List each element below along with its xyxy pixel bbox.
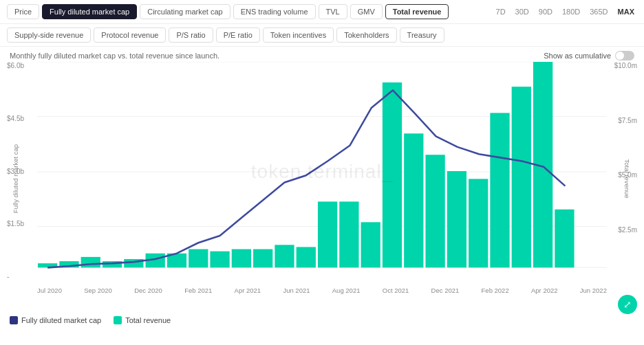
- cumulative-toggle-switch[interactable]: [615, 51, 634, 60]
- x-label-8: Dec 2021: [431, 287, 460, 294]
- svg-rect-18: [318, 201, 337, 267]
- nav-ps-ratio[interactable]: P/S ratio: [169, 27, 213, 43]
- svg-rect-29: [555, 210, 574, 268]
- time-365d[interactable]: 365D: [587, 6, 610, 17]
- time-90d[interactable]: 90D: [536, 6, 555, 17]
- svg-rect-15: [253, 249, 272, 268]
- y-axis-right: $10.0m $7.5m $5.0m $2.5m: [607, 62, 637, 282]
- y-right-label-1: $7.5m: [618, 117, 637, 124]
- x-axis: Jul 2020 Sep 2020 Dec 2020 Feb 2021 Apr …: [37, 287, 607, 294]
- cumulative-label: Show as cumulative: [544, 52, 611, 60]
- svg-rect-23: [425, 155, 444, 267]
- y-left-label-0: $6.0b: [7, 62, 24, 69]
- legend-color-total-rev: [114, 316, 122, 324]
- legend-label-total-rev: Total revenue: [125, 316, 171, 324]
- y-right-axis-label: Total revenue: [623, 159, 631, 198]
- svg-rect-27: [512, 87, 531, 267]
- x-label-11: Jun 2022: [580, 287, 607, 294]
- nav-price[interactable]: Price: [7, 4, 39, 19]
- time-180d[interactable]: 180D: [559, 6, 583, 17]
- nav-pe-ratio[interactable]: P/E ratio: [216, 27, 260, 43]
- nav-protocol-revenue[interactable]: Protocol revenue: [94, 27, 166, 43]
- svg-rect-21: [383, 82, 402, 267]
- expand-button[interactable]: ⤢: [618, 295, 637, 314]
- svg-rect-16: [275, 245, 294, 267]
- svg-rect-20: [361, 222, 380, 267]
- second-navigation: Supply-side revenue Protocol revenue P/S…: [0, 24, 644, 47]
- x-label-6: Aug 2021: [332, 287, 361, 294]
- nav-fully-diluted[interactable]: Fully diluted market cap: [42, 4, 137, 19]
- chart-legend: Fully diluted market cap Total revenue: [0, 311, 644, 330]
- legend-fdmc: Fully diluted market cap: [10, 316, 101, 324]
- nav-ens-trading[interactable]: ENS trading volume: [233, 4, 316, 19]
- svg-rect-25: [469, 179, 488, 267]
- nav-token-incentives[interactable]: Token incentives: [263, 27, 334, 43]
- time-max[interactable]: MAX: [615, 6, 637, 17]
- x-label-7: Oct 2021: [383, 287, 409, 294]
- nav-supply-side[interactable]: Supply-side revenue: [7, 27, 91, 43]
- svg-rect-13: [210, 252, 229, 268]
- x-label-5: Jun 2021: [283, 287, 310, 294]
- x-label-2: Dec 2020: [134, 287, 162, 294]
- y-left-label-3: $1.5b: [7, 220, 24, 227]
- nav-tokenholders[interactable]: Tokenholders: [336, 27, 396, 43]
- svg-rect-12: [189, 249, 208, 268]
- nav-treasury[interactable]: Treasury: [400, 27, 444, 43]
- nav-tvl[interactable]: TVL: [319, 4, 347, 19]
- top-navigation: Price Fully diluted market cap Circulati…: [0, 0, 644, 24]
- y-right-label-0: $10.0m: [614, 62, 637, 69]
- legend-color-fdmc: [10, 316, 18, 324]
- x-label-10: Apr 2022: [531, 287, 558, 294]
- svg-rect-26: [490, 113, 509, 267]
- x-label-3: Feb 2021: [184, 287, 212, 294]
- cumulative-toggle-area: Show as cumulative: [544, 51, 634, 60]
- y-left-axis-label: Fully diluted market cap: [12, 144, 19, 213]
- svg-rect-17: [297, 247, 316, 267]
- y-right-label-3: $2.5m: [618, 226, 637, 234]
- svg-rect-7: [81, 257, 100, 267]
- svg-rect-14: [232, 249, 251, 268]
- chart-area: $6.0b $4.5b $3.0b $1.5b - $10.0m $7.5m $…: [7, 62, 637, 296]
- svg-rect-22: [404, 133, 423, 267]
- nav-total-revenue[interactable]: Total revenue: [385, 4, 449, 19]
- x-label-1: Sep 2020: [84, 287, 112, 294]
- time-30d[interactable]: 30D: [513, 6, 532, 17]
- svg-rect-24: [447, 171, 466, 267]
- x-label-9: Feb 2022: [482, 287, 509, 294]
- x-label-4: Apr 2021: [235, 287, 261, 294]
- chart-svg: [37, 62, 607, 282]
- nav-gmv[interactable]: GMV: [350, 4, 383, 19]
- legend-label-fdmc: Fully diluted market cap: [21, 316, 101, 324]
- chart-subtitle: Monthly fully diluted market cap vs. tot…: [10, 52, 219, 60]
- legend-total-rev: Total revenue: [114, 316, 171, 324]
- y-left-label-1: $4.5b: [7, 115, 24, 122]
- chart-plot-area: token terminal_: [37, 62, 607, 282]
- chart-header: Monthly fully diluted market cap vs. tot…: [0, 47, 644, 62]
- time-navigation: 7D 30D 90D 180D 365D MAX: [493, 6, 637, 17]
- x-label-0: Jul 2020: [37, 287, 62, 294]
- y-left-label-4: -: [7, 273, 9, 280]
- time-7d[interactable]: 7D: [493, 6, 508, 17]
- nav-circulating[interactable]: Circulating market cap: [140, 4, 230, 19]
- svg-rect-19: [339, 201, 358, 267]
- expand-icon: ⤢: [623, 300, 632, 309]
